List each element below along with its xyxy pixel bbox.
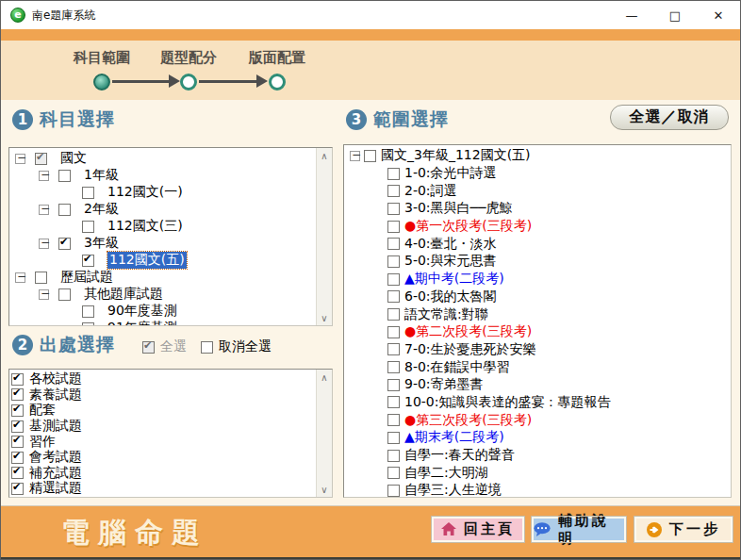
tree-item[interactable]: 1-0:余光中詩選 [346, 165, 731, 183]
checkbox[interactable] [11, 452, 24, 464]
expander-icon[interactable] [39, 239, 49, 249]
tree-item[interactable]: 112國文(五) [11, 252, 316, 269]
list-item[interactable]: 配套 [11, 403, 316, 419]
expander-icon[interactable] [15, 154, 25, 164]
tree-item[interactable]: 5-0:與宋元思書 [346, 253, 731, 271]
tree-item-label[interactable]: 自學二:大明湖 [404, 465, 488, 482]
list-item[interactable]: 基測試題 [11, 419, 316, 435]
checkbox[interactable] [387, 396, 400, 408]
tree-item[interactable]: 3-0:黑與白──虎鯨 [346, 200, 731, 218]
checkbox[interactable] [82, 221, 94, 233]
tree-item[interactable]: 6-0:我的太魯閣 [346, 288, 731, 306]
tree-item[interactable]: 國文_3年級_112國文(五) [346, 147, 731, 165]
checkbox[interactable] [387, 273, 400, 286]
tree-item-label[interactable]: 1年級 [84, 167, 119, 184]
checkbox[interactable] [11, 404, 24, 417]
tree-item-label[interactable]: ●第一次段考(三段考) [404, 218, 532, 235]
minimize-button[interactable]: — [610, 1, 653, 29]
tree-item-label[interactable]: 91年度基測 [107, 320, 177, 325]
expander-icon[interactable] [39, 205, 49, 215]
list-item[interactable]: 各校試題 [11, 371, 316, 387]
checkbox[interactable] [11, 373, 24, 386]
tree-item[interactable]: 10-0:知識與表達的盛宴：專題報告 [346, 394, 731, 412]
tree-item[interactable]: ▲期中考(二段考) [346, 271, 731, 288]
checkbox[interactable] [387, 485, 400, 497]
checkbox[interactable] [387, 255, 400, 268]
deselect-all-checkbox[interactable]: 取消全選 [201, 338, 272, 355]
tree-item-label[interactable]: 10-0:知識與表達的盛宴：專題報告 [404, 394, 611, 411]
checkbox[interactable] [387, 221, 400, 233]
close-button[interactable]: ✕ [697, 1, 740, 29]
list-item-label[interactable]: 習作 [29, 434, 56, 451]
tree-item[interactable]: 3年級 [11, 235, 316, 252]
list-item-label[interactable]: 配套 [29, 402, 56, 419]
tree-item-label[interactable]: 90年度基測 [107, 303, 177, 320]
tree-item[interactable]: 歷屆試題 [11, 269, 316, 286]
tree-item[interactable]: 其他題庫試題 [11, 286, 316, 303]
checkbox[interactable] [58, 238, 71, 250]
checkbox[interactable] [82, 322, 94, 326]
tree-item-label[interactable]: 2年級 [84, 201, 119, 218]
tree-item[interactable]: 自學三:人生逆境 [346, 482, 731, 497]
checkbox[interactable] [82, 305, 94, 318]
tree-item-label[interactable]: 2-0:詞選 [404, 183, 457, 200]
scroll-down-icon[interactable]: ∨ [317, 310, 332, 325]
tree-item[interactable]: 自學一:春天的聲音 [346, 447, 731, 465]
checkbox[interactable] [142, 341, 155, 354]
list-item-label[interactable]: 各校試題 [29, 371, 82, 387]
source-list-scrollbar[interactable]: ∧ ∨ [316, 370, 332, 497]
expander-icon[interactable] [15, 272, 25, 283]
checkbox[interactable] [11, 388, 24, 401]
list-item-label[interactable]: 會考試題 [29, 449, 82, 466]
tree-item[interactable]: 4-0:臺北・淡水 [346, 235, 731, 253]
list-item[interactable]: 精選試題 [11, 481, 316, 497]
tree-item-label[interactable]: 5-0:與宋元思書 [404, 253, 497, 270]
list-item[interactable]: 習作 [11, 434, 316, 450]
next-step-button[interactable]: 下一步 [634, 517, 733, 542]
list-item[interactable]: 會考試題 [11, 450, 316, 466]
checkbox[interactable] [58, 204, 71, 216]
checkbox[interactable] [387, 238, 400, 250]
list-item-label[interactable]: 補充試題 [29, 465, 82, 482]
tree-item[interactable]: 7-0:生於憂患死於安樂 [346, 341, 731, 359]
list-item[interactable]: 補充試題 [11, 466, 316, 482]
tree-item-label[interactable]: 語文常識:對聯 [404, 306, 488, 323]
maximize-button[interactable]: □ [653, 1, 697, 29]
tree-item-label[interactable]: 8-0:在錯誤中學習 [404, 359, 510, 376]
tree-item-label[interactable]: 自學三:人生逆境 [404, 482, 502, 497]
list-item-label[interactable]: 素養試題 [29, 387, 82, 404]
tree-item-label[interactable]: 6-0:我的太魯閣 [404, 288, 497, 305]
tree-item-label[interactable]: 國文_3年級_112國文(五) [381, 147, 531, 164]
tree-item-label[interactable]: 1-0:余光中詩選 [404, 165, 497, 182]
checkbox[interactable] [387, 290, 400, 303]
scroll-down-icon[interactable]: ∨ [317, 482, 332, 497]
checkbox[interactable] [387, 168, 400, 180]
tree-item[interactable]: 91年度基測 [11, 320, 316, 325]
tree-item-label[interactable]: 國文 [60, 150, 87, 167]
tree-item-label[interactable]: 112國文(三) [107, 218, 183, 235]
checkbox[interactable] [387, 361, 400, 373]
help-button[interactable]: 輔助說明 [532, 517, 626, 542]
tree-item-label[interactable]: 3-0:黑與白──虎鯨 [404, 200, 512, 217]
tree-item-label[interactable]: 4-0:臺北・淡水 [404, 236, 497, 253]
tree-item[interactable]: ▲期末考(二段考) [346, 429, 731, 447]
tree-item[interactable]: ●第二次段考(三段考) [346, 323, 731, 341]
scroll-up-icon[interactable]: ∧ [317, 370, 332, 385]
select-all-toggle-button[interactable]: 全選／取消 [610, 105, 729, 130]
checkbox[interactable] [82, 187, 94, 199]
tree-item[interactable]: 自學二:大明湖 [346, 464, 731, 482]
tree-item-label[interactable]: ▲期中考(二段考) [404, 271, 504, 288]
tree-item[interactable]: ●第一次段考(三段考) [346, 218, 731, 236]
list-item-label[interactable]: 基測試題 [29, 418, 82, 435]
checkbox[interactable] [387, 308, 400, 321]
tree-item[interactable]: 2-0:詞選 [346, 182, 731, 200]
checkbox[interactable] [387, 326, 400, 338]
checkbox[interactable] [11, 420, 24, 433]
checkbox[interactable] [387, 414, 400, 426]
tree-item[interactable]: 112國文(一) [11, 184, 316, 201]
tree-item[interactable]: 1年級 [11, 167, 316, 184]
tree-item[interactable]: 9-0:寄弟墨書 [346, 376, 731, 394]
checkbox[interactable] [387, 450, 400, 462]
checkbox[interactable] [11, 467, 24, 479]
tree-item-label[interactable]: ●第二次段考(三段考) [404, 323, 532, 340]
